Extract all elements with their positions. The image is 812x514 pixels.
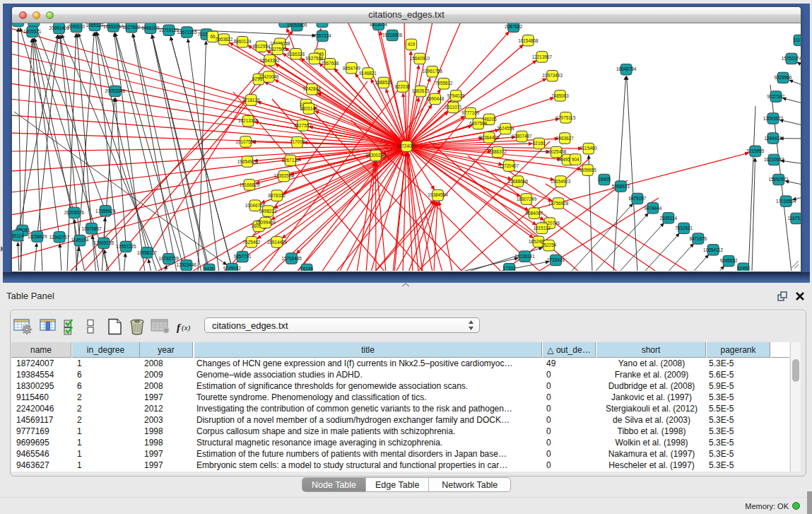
svg-text:11174: 11174 xyxy=(794,37,801,42)
svg-text:2367608: 2367608 xyxy=(321,61,339,66)
svg-text:39114: 39114 xyxy=(12,233,24,238)
svg-text:18300295: 18300295 xyxy=(365,153,386,158)
svg-text:17332: 17332 xyxy=(503,266,516,271)
svg-text:2803144: 2803144 xyxy=(300,106,317,111)
svg-text:8813054: 8813054 xyxy=(370,23,387,27)
svg-text:17359924: 17359924 xyxy=(95,209,116,214)
svg-text:8267130: 8267130 xyxy=(281,158,299,163)
svg-text:7386372: 7386372 xyxy=(489,149,507,154)
svg-text:1615112: 1615112 xyxy=(534,226,551,230)
svg-text:10107552: 10107552 xyxy=(235,139,256,144)
svg-text:717008: 717008 xyxy=(290,139,305,144)
svg-text:10807487: 10807487 xyxy=(512,134,532,139)
svg-text:17975115: 17975115 xyxy=(556,115,576,120)
svg-text:1588520: 1588520 xyxy=(375,80,392,85)
svg-text:19218506: 19218506 xyxy=(382,33,403,37)
svg-text:1362615: 1362615 xyxy=(412,88,430,93)
svg-text:18807249: 18807249 xyxy=(517,197,537,201)
svg-text:15692971: 15692971 xyxy=(768,177,789,182)
svg-text:16405: 16405 xyxy=(598,177,611,182)
svg-text:19384554: 19384554 xyxy=(428,192,448,197)
svg-text:1527602: 1527602 xyxy=(123,25,141,30)
svg-text:14136141: 14136141 xyxy=(514,254,535,259)
svg-text:16782759: 16782759 xyxy=(158,256,179,261)
svg-text:16154808: 16154808 xyxy=(518,38,539,43)
svg-text:10025458: 10025458 xyxy=(546,149,567,154)
svg-text:20364436: 20364436 xyxy=(479,135,500,140)
svg-text:76245: 76245 xyxy=(300,267,313,271)
svg-text:1405571: 1405571 xyxy=(23,29,41,34)
svg-text:10654112: 10654112 xyxy=(703,247,723,252)
svg-text:8990448: 8990448 xyxy=(426,96,444,101)
svg-text:(x): (x) xyxy=(182,323,191,332)
svg-text:9084067: 9084067 xyxy=(525,211,543,216)
svg-text:16671355: 16671355 xyxy=(177,30,197,35)
svg-text:8427552: 8427552 xyxy=(294,123,312,128)
svg-text:12213967: 12213967 xyxy=(532,54,553,59)
svg-text:7485063: 7485063 xyxy=(551,93,569,98)
svg-text:16914479: 16914479 xyxy=(267,240,288,245)
svg-text:8860124: 8860124 xyxy=(234,39,252,44)
svg-text:10975867: 10975867 xyxy=(81,226,102,231)
svg-text:10688609: 10688609 xyxy=(508,179,529,184)
svg-text:9245012: 9245012 xyxy=(223,266,241,271)
svg-text:10973493: 10973493 xyxy=(542,73,563,78)
svg-text:1065327: 1065327 xyxy=(86,23,104,28)
svg-text:15720407: 15720407 xyxy=(499,163,519,168)
svg-text:2718126: 2718126 xyxy=(242,98,260,103)
svg-text:12213369: 12213369 xyxy=(238,118,259,123)
svg-text:8471676: 8471676 xyxy=(689,236,707,241)
svg-text:9463627: 9463627 xyxy=(556,136,574,141)
svg-text:15751074: 15751074 xyxy=(782,56,801,61)
svg-text:19654925: 19654925 xyxy=(237,159,258,164)
svg-text:9794028: 9794028 xyxy=(447,93,465,98)
svg-text:62160: 62160 xyxy=(533,141,546,146)
svg-text:16099469: 16099469 xyxy=(255,220,276,225)
svg-text:16210643: 16210643 xyxy=(764,157,784,162)
svg-text:10653267: 10653267 xyxy=(103,24,124,29)
svg-text:9857791: 9857791 xyxy=(234,254,252,259)
svg-text:10719155: 10719155 xyxy=(159,28,180,33)
svg-text:f: f xyxy=(177,322,182,333)
svg-text:3498222: 3498222 xyxy=(259,209,277,214)
svg-text:16543382: 16543382 xyxy=(259,58,280,63)
svg-text:9435: 9435 xyxy=(204,267,215,271)
svg-text:904: 904 xyxy=(572,157,579,162)
svg-text:7357224: 7357224 xyxy=(314,33,331,38)
svg-text:252254: 252254 xyxy=(541,243,557,247)
svg-text:19166829: 19166829 xyxy=(240,182,260,187)
svg-text:9329966: 9329966 xyxy=(775,75,792,80)
svg-text:20206576: 20206576 xyxy=(64,210,85,215)
svg-text:15640910: 15640910 xyxy=(410,56,430,61)
svg-text:19756928: 19756928 xyxy=(548,201,569,206)
svg-text:19654923: 19654923 xyxy=(551,179,571,184)
svg-text:9242848: 9242848 xyxy=(303,86,321,91)
svg-text:18724007: 18724007 xyxy=(396,144,417,148)
svg-text:6479197: 6479197 xyxy=(628,196,646,201)
svg-text:9227342: 9227342 xyxy=(767,94,785,99)
svg-text:9699695: 9699695 xyxy=(579,168,596,173)
svg-text:8454749: 8454749 xyxy=(343,66,360,71)
svg-text:8912954: 8912954 xyxy=(252,44,270,49)
svg-text:6497568: 6497568 xyxy=(469,121,487,126)
svg-text:2093110: 2093110 xyxy=(68,24,86,29)
svg-text:10961758: 10961758 xyxy=(422,69,442,74)
svg-text:1145194: 1145194 xyxy=(71,238,89,243)
svg-text:22420046: 22420046 xyxy=(259,74,279,79)
svg-text:9327505: 9327505 xyxy=(269,47,286,52)
svg-text:7663822: 7663822 xyxy=(215,37,233,42)
svg-text:17016504: 17016504 xyxy=(776,199,796,204)
svg-text:73: 73 xyxy=(319,23,325,24)
svg-text:7955812: 7955812 xyxy=(435,81,453,86)
svg-text:6466160: 6466160 xyxy=(141,25,159,30)
svg-text:5958923: 5958923 xyxy=(612,184,630,189)
svg-text:9146821: 9146821 xyxy=(359,71,377,76)
svg-text:92450: 92450 xyxy=(737,266,750,271)
svg-text:20053346: 20053346 xyxy=(105,88,126,93)
svg-text:1244413: 1244413 xyxy=(764,136,782,141)
svg-text:11156829: 11156829 xyxy=(28,234,47,239)
svg-text:7625402: 7625402 xyxy=(243,240,261,245)
svg-text:16053809: 16053809 xyxy=(287,23,307,28)
svg-text:12923446: 12923446 xyxy=(177,262,197,267)
svg-text:17957225: 17957225 xyxy=(116,244,136,249)
